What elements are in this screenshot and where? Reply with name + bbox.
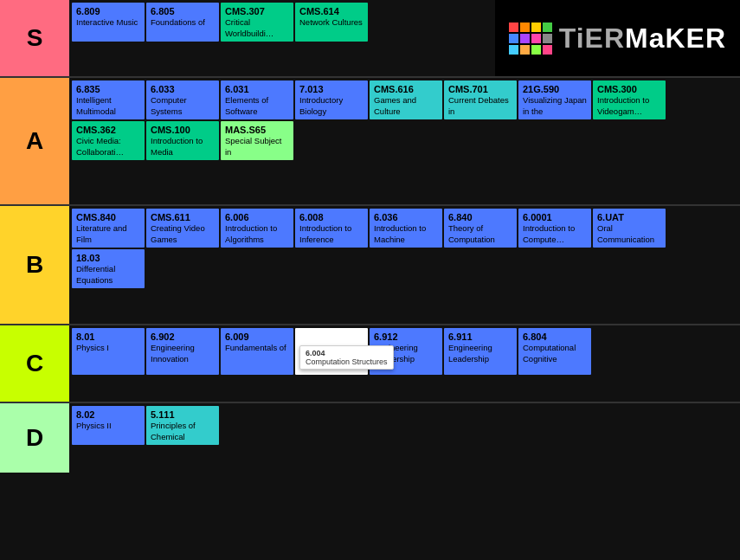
card-801[interactable]: 8.01 Physics I xyxy=(72,328,145,375)
c-label: C xyxy=(0,325,69,402)
card-6835[interactable]: 6.835 Intelligent Multimodal xyxy=(72,80,145,119)
s-label: S xyxy=(0,0,69,76)
card-60001[interactable]: 6.0001 Introduction to Compute… xyxy=(518,209,591,248)
row-b: B CMS.840 Literature and Film CMS.611 Cr… xyxy=(0,206,740,325)
s-cards: 6.809 Interactive Music 6.805 Foundation… xyxy=(69,0,495,76)
card-cms362[interactable]: CMS.362 Civic Media: Collaborati… xyxy=(72,121,145,160)
row-c: C 8.01 Physics I 6.902 Engineering Innov… xyxy=(0,325,740,403)
logo-cell xyxy=(520,45,530,55)
card-6911[interactable]: 6.911 Engineering Leadership xyxy=(444,328,517,375)
logo-cell xyxy=(520,23,530,32)
card-6804[interactable]: 6.804 Computational Cognitive xyxy=(518,328,591,375)
card-cms701[interactable]: CMS.701 Current Debates in xyxy=(444,80,517,119)
card-6006[interactable]: 6.006 Introduction to Algorithms xyxy=(221,209,293,248)
a-cards: 6.835 Intelligent Multimodal 6.033 Compu… xyxy=(69,78,740,204)
logo-cell xyxy=(531,23,541,32)
logo-cell xyxy=(531,45,541,55)
card-6031[interactable]: 6.031 Elements of Software xyxy=(221,80,293,119)
card-802[interactable]: 8.02 Physics II xyxy=(72,406,145,445)
logo-area: TiERMaKER xyxy=(495,0,740,76)
card-21g590[interactable]: 21G.590 Visualizing Japan in the xyxy=(518,80,591,119)
card-6008[interactable]: 6.008 Introduction to Inference xyxy=(295,209,368,248)
b-label: B xyxy=(0,206,69,324)
card-6840[interactable]: 6.840 Theory of Computation xyxy=(444,209,517,248)
logo-cell xyxy=(543,45,552,55)
d-label: D xyxy=(0,403,69,473)
logo-grid xyxy=(509,23,552,55)
card-cms100[interactable]: CMS.100 Introduction to Media xyxy=(146,121,219,160)
d-cards: 8.02 Physics II 5.111 Principles of Chem… xyxy=(69,403,740,473)
logo-cell xyxy=(509,45,518,55)
logo-cell xyxy=(531,34,541,43)
card-6004-wrapper: 6.004 Computation Structures xyxy=(295,328,368,375)
card-1803[interactable]: 18.03 Differential Equations xyxy=(72,249,145,288)
logo-cell xyxy=(543,34,552,43)
row-a: A 6.835 Intelligent Multimodal 6.033 Com… xyxy=(0,78,740,206)
card-6033[interactable]: 6.033 Computer Systems xyxy=(146,80,219,119)
logo-cell xyxy=(509,34,518,43)
row-d: D 8.02 Physics II 5.111 Principles of Ch… xyxy=(0,403,740,473)
card-6009[interactable]: 6.009 Fundamentals of xyxy=(221,328,293,375)
card-6902[interactable]: 6.902 Engineering Innovation xyxy=(146,328,219,375)
logo-cell xyxy=(543,23,552,32)
card-6805[interactable]: 6.805 Foundations of xyxy=(146,3,219,42)
card-cms611[interactable]: CMS.611 Creating Video Games xyxy=(146,209,219,248)
card-cms614[interactable]: CMS.614 Network Cultures xyxy=(295,3,368,42)
logo-cell xyxy=(520,34,530,43)
card-7013[interactable]: 7.013 Introductory Biology xyxy=(295,80,368,119)
logo-cell xyxy=(509,23,518,32)
card-cms307[interactable]: CMS.307 Critical Worldbuildi… xyxy=(221,3,293,42)
card-cms616[interactable]: CMS.616 Games and Culture xyxy=(370,80,442,119)
c-cards: 8.01 Physics I 6.902 Engineering Innovat… xyxy=(69,325,740,402)
card-6uat[interactable]: 6.UAT Oral Communication xyxy=(593,209,666,248)
tooltip-6004: 6.004 Computation Structures xyxy=(299,345,394,370)
card-5111[interactable]: 5.111 Principles of Chemical xyxy=(146,406,219,445)
card-6036[interactable]: 6.036 Introduction to Machine xyxy=(370,209,442,248)
logo-text: TiERMaKER xyxy=(559,23,726,55)
b-cards: CMS.840 Literature and Film CMS.611 Crea… xyxy=(69,206,740,324)
card-6809[interactable]: 6.809 Interactive Music xyxy=(72,3,145,42)
card-mass65[interactable]: MAS.S65 Special Subject in xyxy=(221,121,293,160)
a-label: A xyxy=(0,78,69,204)
card-cms840[interactable]: CMS.840 Literature and Film xyxy=(72,209,145,248)
card-cms300[interactable]: CMS.300 Introduction to Videogam… xyxy=(593,80,666,119)
